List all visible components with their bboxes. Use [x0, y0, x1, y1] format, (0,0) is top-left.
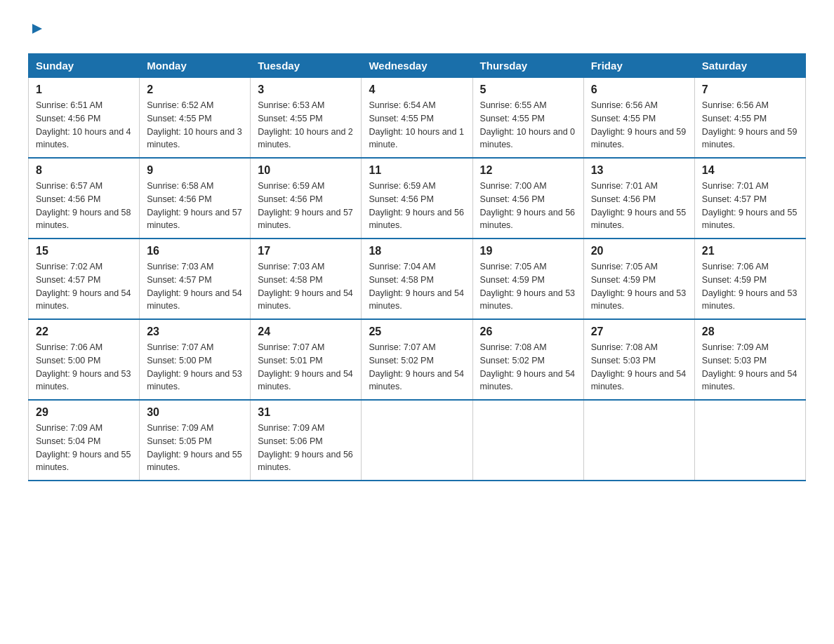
day-number: 6: [591, 83, 687, 96]
day-number: 26: [480, 326, 576, 338]
day-number: 30: [147, 406, 243, 419]
day-number: 13: [591, 164, 687, 177]
calendar-cell: 23Sunrise: 7:07 AMSunset: 5:00 PMDayligh…: [140, 319, 251, 400]
day-number: 28: [702, 326, 798, 338]
col-sunday: Sunday: [29, 54, 140, 78]
day-number: 24: [258, 326, 354, 338]
calendar-cell: 16Sunrise: 7:03 AMSunset: 4:57 PMDayligh…: [140, 239, 251, 319]
day-info: Sunrise: 6:54 AMSunset: 4:55 PMDaylight:…: [369, 99, 465, 152]
day-info: Sunrise: 7:00 AMSunset: 4:56 PMDaylight:…: [480, 180, 576, 232]
day-number: 22: [36, 326, 132, 338]
calendar-cell: 30Sunrise: 7:09 AMSunset: 5:05 PMDayligh…: [140, 400, 251, 481]
day-number: 16: [147, 245, 243, 257]
calendar-table: Sunday Monday Tuesday Wednesday Thursday…: [28, 53, 806, 481]
day-info: Sunrise: 7:04 AMSunset: 4:58 PMDaylight:…: [369, 260, 465, 313]
calendar-cell: 22Sunrise: 7:06 AMSunset: 5:00 PMDayligh…: [29, 319, 140, 400]
calendar-cell: [694, 400, 805, 481]
day-number: 27: [591, 326, 687, 338]
calendar-body: 1Sunrise: 6:51 AMSunset: 4:56 PMDaylight…: [29, 78, 806, 481]
logo-arrow-icon: [29, 21, 45, 39]
day-info: Sunrise: 7:03 AMSunset: 4:58 PMDaylight:…: [258, 260, 354, 313]
calendar-cell: 25Sunrise: 7:07 AMSunset: 5:02 PMDayligh…: [362, 319, 472, 400]
day-info: Sunrise: 7:08 AMSunset: 5:03 PMDaylight:…: [591, 341, 687, 394]
day-info: Sunrise: 6:56 AMSunset: 4:55 PMDaylight:…: [702, 99, 798, 152]
calendar-cell: 29Sunrise: 7:09 AMSunset: 5:04 PMDayligh…: [29, 400, 140, 481]
calendar-cell: 13Sunrise: 7:01 AMSunset: 4:56 PMDayligh…: [583, 158, 694, 239]
day-info: Sunrise: 6:58 AMSunset: 4:56 PMDaylight:…: [147, 180, 243, 232]
day-info: Sunrise: 7:06 AMSunset: 5:00 PMDaylight:…: [36, 341, 132, 394]
day-number: 1: [36, 83, 132, 96]
col-wednesday: Wednesday: [362, 54, 472, 78]
calendar-week-row: 1Sunrise: 6:51 AMSunset: 4:56 PMDaylight…: [29, 78, 806, 159]
calendar-week-row: 15Sunrise: 7:02 AMSunset: 4:57 PMDayligh…: [29, 239, 806, 319]
day-number: 23: [147, 326, 243, 338]
day-info: Sunrise: 7:01 AMSunset: 4:56 PMDaylight:…: [591, 180, 687, 232]
day-number: 12: [480, 164, 576, 177]
day-number: 10: [258, 164, 354, 177]
calendar-cell: 27Sunrise: 7:08 AMSunset: 5:03 PMDayligh…: [583, 319, 694, 400]
day-info: Sunrise: 7:09 AMSunset: 5:05 PMDaylight:…: [147, 422, 243, 474]
calendar-header: Sunday Monday Tuesday Wednesday Thursday…: [29, 54, 806, 78]
calendar-cell: [362, 400, 472, 481]
day-info: Sunrise: 6:57 AMSunset: 4:56 PMDaylight:…: [36, 180, 132, 232]
calendar-cell: 8Sunrise: 6:57 AMSunset: 4:56 PMDaylight…: [29, 158, 140, 239]
calendar-cell: 31Sunrise: 7:09 AMSunset: 5:06 PMDayligh…: [251, 400, 362, 481]
day-number: 31: [258, 406, 354, 419]
calendar-cell: 7Sunrise: 6:56 AMSunset: 4:55 PMDaylight…: [694, 78, 805, 159]
day-number: 19: [480, 245, 576, 257]
page-header: [28, 21, 806, 39]
svg-marker-0: [32, 24, 42, 34]
calendar-cell: 18Sunrise: 7:04 AMSunset: 4:58 PMDayligh…: [362, 239, 472, 319]
day-number: 21: [702, 245, 798, 257]
col-monday: Monday: [140, 54, 251, 78]
day-number: 25: [369, 326, 465, 338]
calendar-cell: [472, 400, 583, 481]
day-info: Sunrise: 7:02 AMSunset: 4:57 PMDaylight:…: [36, 260, 132, 313]
calendar-cell: 24Sunrise: 7:07 AMSunset: 5:01 PMDayligh…: [251, 319, 362, 400]
calendar-cell: 3Sunrise: 6:53 AMSunset: 4:55 PMDaylight…: [251, 78, 362, 159]
calendar-cell: 11Sunrise: 6:59 AMSunset: 4:56 PMDayligh…: [362, 158, 472, 239]
day-number: 3: [258, 83, 354, 96]
day-number: 7: [702, 83, 798, 96]
day-info: Sunrise: 7:03 AMSunset: 4:57 PMDaylight:…: [147, 260, 243, 313]
col-tuesday: Tuesday: [251, 54, 362, 78]
day-info: Sunrise: 7:09 AMSunset: 5:03 PMDaylight:…: [702, 341, 798, 394]
calendar-cell: 26Sunrise: 7:08 AMSunset: 5:02 PMDayligh…: [472, 319, 583, 400]
calendar-cell: 10Sunrise: 6:59 AMSunset: 4:56 PMDayligh…: [251, 158, 362, 239]
day-number: 5: [480, 83, 576, 96]
day-info: Sunrise: 7:05 AMSunset: 4:59 PMDaylight:…: [480, 260, 576, 313]
calendar-cell: 28Sunrise: 7:09 AMSunset: 5:03 PMDayligh…: [694, 319, 805, 400]
day-info: Sunrise: 7:08 AMSunset: 5:02 PMDaylight:…: [480, 341, 576, 394]
day-info: Sunrise: 6:56 AMSunset: 4:55 PMDaylight:…: [591, 99, 687, 152]
calendar-cell: 20Sunrise: 7:05 AMSunset: 4:59 PMDayligh…: [583, 239, 694, 319]
day-number: 17: [258, 245, 354, 257]
col-saturday: Saturday: [694, 54, 805, 78]
day-number: 4: [369, 83, 465, 96]
day-info: Sunrise: 6:59 AMSunset: 4:56 PMDaylight:…: [258, 180, 354, 232]
calendar-cell: 12Sunrise: 7:00 AMSunset: 4:56 PMDayligh…: [472, 158, 583, 239]
header-row: Sunday Monday Tuesday Wednesday Thursday…: [29, 54, 806, 78]
calendar-cell: 21Sunrise: 7:06 AMSunset: 4:59 PMDayligh…: [694, 239, 805, 319]
day-info: Sunrise: 6:59 AMSunset: 4:56 PMDaylight:…: [369, 180, 465, 232]
day-info: Sunrise: 7:05 AMSunset: 4:59 PMDaylight:…: [591, 260, 687, 313]
calendar-week-row: 22Sunrise: 7:06 AMSunset: 5:00 PMDayligh…: [29, 319, 806, 400]
calendar-cell: 2Sunrise: 6:52 AMSunset: 4:55 PMDaylight…: [140, 78, 251, 159]
calendar-week-row: 29Sunrise: 7:09 AMSunset: 5:04 PMDayligh…: [29, 400, 806, 481]
logo: [28, 21, 45, 39]
calendar-cell: 1Sunrise: 6:51 AMSunset: 4:56 PMDaylight…: [29, 78, 140, 159]
day-number: 15: [36, 245, 132, 257]
day-info: Sunrise: 7:01 AMSunset: 4:57 PMDaylight:…: [702, 180, 798, 232]
col-friday: Friday: [583, 54, 694, 78]
day-info: Sunrise: 7:06 AMSunset: 4:59 PMDaylight:…: [702, 260, 798, 313]
calendar-cell: 14Sunrise: 7:01 AMSunset: 4:57 PMDayligh…: [694, 158, 805, 239]
day-number: 18: [369, 245, 465, 257]
day-number: 2: [147, 83, 243, 96]
day-info: Sunrise: 6:51 AMSunset: 4:56 PMDaylight:…: [36, 99, 132, 152]
day-number: 20: [591, 245, 687, 257]
calendar-cell: [583, 400, 694, 481]
day-info: Sunrise: 7:09 AMSunset: 5:04 PMDaylight:…: [36, 422, 132, 474]
calendar-cell: 6Sunrise: 6:56 AMSunset: 4:55 PMDaylight…: [583, 78, 694, 159]
calendar-cell: 4Sunrise: 6:54 AMSunset: 4:55 PMDaylight…: [362, 78, 472, 159]
calendar-cell: 9Sunrise: 6:58 AMSunset: 4:56 PMDaylight…: [140, 158, 251, 239]
day-info: Sunrise: 6:55 AMSunset: 4:55 PMDaylight:…: [480, 99, 576, 152]
